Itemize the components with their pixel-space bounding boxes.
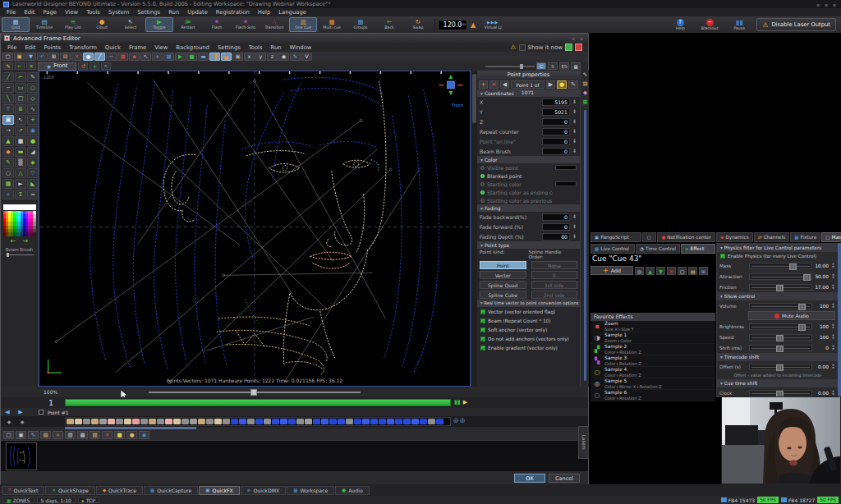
point-color-cell[interactable] (140, 419, 148, 424)
afe-toolbar-icon[interactable]: ▦ (117, 53, 128, 61)
drawing-tool-icon[interactable]: ▒ (15, 158, 26, 167)
disable-laser-output-button[interactable]: ⚠ Disable Laser Output (756, 18, 836, 31)
afe-menu-item[interactable]: Points (40, 44, 65, 51)
coordinate-value-input[interactable]: 5021 (542, 108, 570, 116)
afe-toolbar-icon[interactable]: ↖ (140, 53, 151, 61)
afe-window-controls[interactable]: ▪ ▪ (572, 35, 585, 41)
toolbar-button[interactable]: ∴ Transition (260, 17, 288, 32)
color-option-row[interactable]: Starting color as ending color (477, 188, 580, 196)
toolbar-button[interactable]: ● Cloud (88, 17, 116, 32)
highlight-point-toggle[interactable]: ● (557, 80, 567, 89)
fb4-device-b[interactable]: FB4 18727 (781, 497, 815, 503)
checkbox-checked-icon[interactable] (480, 309, 485, 314)
fading-value-input[interactable]: 0 (542, 223, 570, 231)
menu-item[interactable]: File (2, 9, 20, 16)
spinner-control[interactable] (572, 109, 577, 115)
slider-track[interactable] (749, 345, 812, 351)
metronome-icon[interactable]: ▲ (471, 21, 476, 29)
afe-toolbar-icon[interactable]: ▢ (2, 53, 13, 61)
toolbar-button[interactable]: ← Back (375, 17, 403, 32)
drawing-tool-icon[interactable]: ✎ (2, 158, 14, 167)
show-green-button[interactable] (565, 44, 572, 51)
afe-toolbar-icon[interactable]: ▦ (163, 53, 174, 61)
drawing-tool-icon[interactable]: ● (27, 136, 39, 146)
point-color-cell[interactable] (411, 419, 419, 424)
point-color-cell[interactable] (255, 419, 263, 424)
spinner-control[interactable] (572, 139, 577, 144)
drawing-tool-icon[interactable]: ≣ (15, 104, 26, 114)
color-swatch[interactable] (555, 165, 577, 170)
pencil-tool-icon[interactable]: ✎ (3, 62, 13, 70)
right-tab[interactable]: ◆ Dynamics (716, 232, 753, 242)
radio-button[interactable] (480, 190, 485, 195)
fading-value-input[interactable]: 0 (542, 213, 570, 221)
frame-duration-bar[interactable] (65, 399, 451, 406)
point-color-cell[interactable] (231, 419, 238, 424)
checkbox-checked-icon[interactable] (480, 346, 485, 351)
add-effect-button[interactable]: + Add (591, 266, 633, 275)
frame-action-icon[interactable]: ▤ (40, 431, 51, 439)
afe-toolbar-icon[interactable]: z (267, 53, 278, 61)
point-color-cell[interactable] (280, 419, 287, 424)
drawing-tool-icon[interactable]: △ (15, 168, 26, 178)
point-color-cell[interactable] (379, 419, 386, 424)
checkbox-checked-icon[interactable] (480, 318, 485, 323)
timecode-shift-header[interactable]: Timecode shift (717, 353, 839, 361)
menu-item[interactable]: System (104, 9, 133, 16)
spinner-control[interactable] (572, 224, 577, 230)
frame-action-icon[interactable]: + (53, 431, 63, 439)
spinner-control[interactable] (572, 99, 577, 105)
curve-tool-icon[interactable]: ⌐ (15, 62, 25, 70)
point-kind-button[interactable]: Spline Cube (480, 291, 526, 299)
conversion-option-row[interactable]: Vector (vector oriented flag) (477, 307, 580, 316)
show-it-now-checkbox[interactable] (519, 44, 526, 51)
spinner-control[interactable] (572, 214, 577, 220)
point-color-cell[interactable] (124, 419, 131, 424)
pick-icon[interactable]: ◎ (635, 267, 644, 275)
menu-item[interactable]: Update (183, 9, 212, 16)
tab-effect[interactable]: ≡ Effect (681, 244, 715, 254)
zoom-in-icon[interactable]: ◎ (453, 417, 458, 424)
afe-menu-item[interactable]: Run (267, 44, 286, 51)
frame-thumbnail[interactable] (6, 442, 37, 470)
menu-item[interactable]: Registration (212, 9, 254, 16)
afe-menu-item[interactable]: Transform (65, 44, 101, 51)
afe-toolbar-icon[interactable]: ╱ (94, 53, 105, 61)
drawing-tool-icon[interactable]: → (2, 126, 14, 135)
afe-toolbar-icon[interactable]: ⊞ (48, 53, 59, 61)
afe-menu-item[interactable]: View (150, 44, 172, 51)
frame-action-icon[interactable]: ● (126, 431, 137, 439)
favorite-effect-item[interactable]: ◑ Sample 1 Zoom+Color (591, 332, 715, 344)
blackout-button[interactable]: − Blackout (697, 19, 722, 31)
favorite-effect-item[interactable]: ◎ Sample 5 Color+Mirror X+Rotation Z (591, 378, 715, 390)
spinner-control[interactable] (830, 273, 836, 279)
slider-track[interactable] (749, 263, 812, 269)
drawing-tool-icon[interactable]: ◣ (27, 179, 39, 189)
lasers-side-tab[interactable]: Lasers (578, 426, 589, 459)
point-color-cell[interactable] (387, 419, 394, 424)
afe-toolbar-icon[interactable]: ▐ (209, 53, 220, 61)
frame-action-icon[interactable]: ▧ (90, 431, 100, 439)
window-controls[interactable]: ▪ ▪ ▪ (816, 2, 838, 7)
coordinate-value-input[interactable]: 5195 (542, 99, 570, 106)
zones-button[interactable]: ▦ ZONES (2, 497, 34, 503)
point-color-cell[interactable] (198, 419, 205, 424)
strip-left-icon[interactable]: ◆ (4, 419, 14, 424)
tab-pangoscript[interactable]: ▣ PangoScript (591, 232, 641, 242)
offset-slider-track[interactable] (749, 364, 812, 370)
point-color-cell[interactable] (272, 419, 279, 424)
master-scrollbar[interactable] (838, 243, 841, 397)
toolbar-button[interactable]: ▶ Toggle (145, 17, 173, 32)
afe-menu-item[interactable]: File (3, 44, 21, 51)
toolbar-button[interactable]: ▦ Multi cue (318, 17, 346, 32)
point-color-cell[interactable] (264, 419, 271, 424)
drawing-tool-icon[interactable]: ▬ (15, 147, 26, 157)
beam-brush-slider[interactable] (6, 254, 34, 255)
color-swatch[interactable] (555, 181, 577, 186)
afe-menu-item[interactable]: Frame (125, 44, 150, 51)
drawing-tool-icon[interactable]: ∿ (27, 104, 39, 114)
cancel-button[interactable]: Cancel (549, 474, 580, 483)
radio-button[interactable] (480, 174, 485, 178)
point-color-cell[interactable] (182, 419, 189, 424)
spline-order-button[interactable]: 2nd side (531, 291, 578, 299)
